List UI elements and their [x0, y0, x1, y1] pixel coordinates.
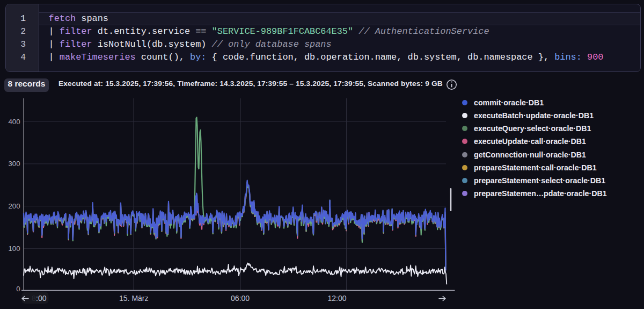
svg-text:15. März: 15. März: [119, 294, 148, 303]
svg-text:300: 300: [8, 160, 20, 168]
svg-text::00: :00: [36, 294, 47, 303]
svg-text:12:00: 12:00: [327, 294, 346, 303]
svg-text:06:00: 06:00: [231, 294, 250, 303]
svg-text:100: 100: [8, 245, 20, 253]
svg-text:200: 200: [8, 202, 20, 210]
svg-text:0: 0: [16, 285, 20, 293]
svg-text:400: 400: [8, 118, 20, 126]
svg-text:8: 8: [32, 294, 36, 303]
